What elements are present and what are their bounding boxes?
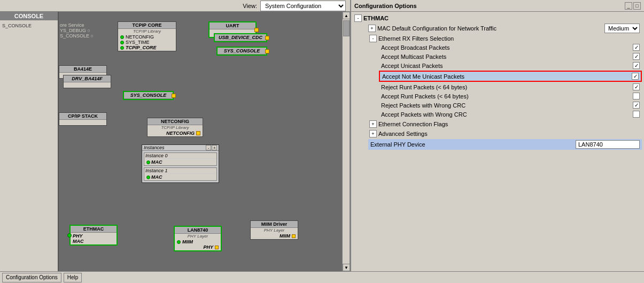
help-tab[interactable]: Help bbox=[64, 273, 82, 282]
filter-accept-crc-checkbox[interactable] bbox=[633, 111, 640, 118]
tcpip-stack-node[interactable]: CP/IP STACK bbox=[59, 112, 107, 126]
right-panel-title: Configuration Options bbox=[354, 3, 417, 9]
filter-reject-crc-row: Reject Packets with Wrong CRC ✓ bbox=[379, 101, 642, 110]
advanced-settings-header[interactable]: + Advanced Settings bbox=[368, 129, 642, 138]
filter-unicast-checkbox[interactable]: ✓ bbox=[633, 62, 640, 69]
mac-default-row: + MAC Default Configuration for Network … bbox=[364, 22, 642, 34]
filter-notme-checkbox[interactable]: ✓ bbox=[632, 73, 639, 80]
instance0-label: Instance 0 bbox=[144, 153, 216, 159]
scroll-thumb[interactable] bbox=[343, 20, 350, 36]
filter-unicast-row: Accept Unicast Packets ✓ bbox=[379, 61, 642, 70]
advanced-settings-label: Advanced Settings bbox=[378, 131, 428, 137]
view-label: View: bbox=[243, 3, 257, 9]
filter-multicast-row: Accept Multicast Packets ✓ bbox=[379, 52, 642, 61]
instances-label: Instances bbox=[144, 145, 165, 150]
ethernet-conn-label: Ethernet Connection Flags bbox=[378, 121, 448, 127]
external-phy-value: LAN8740 bbox=[576, 140, 640, 149]
filter-broadcast-checkbox[interactable]: ✓ bbox=[633, 44, 640, 51]
lan8740-node[interactable]: LAN8740 PHY Layer MIIM PHY bbox=[174, 226, 222, 251]
filter-accept-crc-row: Accept Packets with Wrong CRC bbox=[379, 110, 642, 119]
scroll-up-btn[interactable]: ▲ bbox=[343, 12, 350, 19]
view-select[interactable]: System Configuration Network View Block … bbox=[260, 1, 346, 11]
ethernet-conn-toggle[interactable]: + bbox=[369, 120, 377, 128]
advanced-settings-toggle[interactable]: + bbox=[369, 130, 377, 137]
miim-driver-node[interactable]: MIIM Driver PHY Layer MIIM bbox=[250, 220, 298, 240]
ethmac-tree-header[interactable]: - ETHMAC bbox=[353, 14, 642, 22]
filter-multicast-label: Accept Multicast Packets bbox=[381, 53, 631, 60]
console-header: CONSOLE bbox=[0, 12, 58, 20]
sys-console-top-node[interactable]: SYS_CONSOLE bbox=[216, 47, 267, 56]
bottom-bar: Configuration Options Help bbox=[0, 271, 644, 283]
external-phy-label: External PHY Device bbox=[370, 141, 576, 148]
mac-default-toggle[interactable]: + bbox=[368, 25, 376, 32]
filter-accept-runt-label: Accept Runt Packets (< 64 bytes) bbox=[381, 93, 631, 100]
instance1-mac: MAC bbox=[151, 174, 162, 180]
filter-notme-label: Accept Not Me Unicast Packets bbox=[382, 73, 630, 80]
config-options-tab[interactable]: Configuration Options bbox=[2, 273, 61, 282]
filter-reject-runt-row: Reject Runt Packets (< 64 bytes) ✓ bbox=[379, 82, 642, 91]
filter-accept-runt-checkbox[interactable] bbox=[633, 93, 640, 100]
filter-multicast-checkbox[interactable]: ✓ bbox=[633, 53, 640, 60]
console-item: S_CONSOLE bbox=[2, 23, 32, 28]
filter-unicast-label: Accept Unicast Packets bbox=[381, 63, 631, 69]
filter-reject-runt-checkbox[interactable]: ✓ bbox=[633, 83, 640, 90]
ethernet-conn-header[interactable]: + Ethernet Connection Flags bbox=[368, 120, 642, 128]
filter-reject-runt-label: Reject Runt Packets (< 64 bytes) bbox=[381, 84, 631, 90]
ethmac-toggle[interactable]: - bbox=[354, 14, 362, 22]
ethmac-label: ETHMAC bbox=[363, 15, 389, 21]
panel-minimize-btn[interactable]: _ bbox=[625, 2, 632, 10]
instances-container: Instances - + Instance 0 MAC Inst bbox=[142, 144, 219, 183]
scroll-down-btn[interactable]: ▼ bbox=[343, 264, 350, 271]
instance1-label: Instance 1 bbox=[144, 168, 216, 174]
mac-default-label: MAC Default Configuration for Network Tr… bbox=[377, 25, 604, 32]
netconfig-node[interactable]: NETCONFIG TCP/IP Library NETCONFIG bbox=[147, 118, 203, 137]
filter-reject-crc-label: Reject Packets with Wrong CRC bbox=[381, 102, 631, 109]
ethmac-node[interactable]: ETHMAC PHY MAC bbox=[69, 225, 118, 246]
filter-broadcast-row: Accept Broadcast Packets ✓ bbox=[379, 43, 642, 52]
filter-notme-row: Accept Not Me Unicast Packets ✓ bbox=[379, 71, 642, 82]
ethernet-rx-header[interactable]: - Ethernet RX Filters Selection bbox=[368, 34, 642, 43]
instance0-mac: MAC bbox=[151, 159, 162, 165]
canvas-scrollbar[interactable]: ▲ ▼ bbox=[342, 12, 350, 271]
ethernet-rx-toggle[interactable]: - bbox=[369, 35, 377, 42]
service-items: ore Service YS_DEBUG ○ S_CONSOLE ○ bbox=[59, 21, 95, 40]
mac-default-select[interactable]: Medium Low High bbox=[604, 24, 640, 33]
instances-plus-btn[interactable]: + bbox=[212, 145, 217, 150]
sys-console-bottom-node[interactable]: SYS_CONSOLE bbox=[123, 91, 174, 100]
filter-accept-runt-row: Accept Runt Packets (< 64 bytes) bbox=[379, 91, 642, 101]
panel-maximize-btn[interactable]: □ bbox=[633, 2, 641, 10]
ethernet-rx-label: Ethernet RX Filters Selection bbox=[378, 35, 454, 42]
drv-ba414f-node[interactable]: DRV_BA414F bbox=[63, 75, 111, 88]
usb-device-node[interactable]: USB_DEVICE_CDC bbox=[214, 33, 267, 42]
external-phy-row: External PHY Device LAN8740 bbox=[368, 139, 642, 150]
instances-minus-btn[interactable]: - bbox=[206, 145, 211, 150]
filter-broadcast-label: Accept Broadcast Packets bbox=[381, 44, 631, 51]
filter-reject-crc-checkbox[interactable]: ✓ bbox=[633, 102, 640, 109]
tcpip-core-node[interactable]: TCPIP CORE TCP/IP Library NETCONFIG SYS_… bbox=[118, 21, 176, 51]
filter-accept-crc-label: Accept Packets with Wrong CRC bbox=[381, 111, 631, 118]
